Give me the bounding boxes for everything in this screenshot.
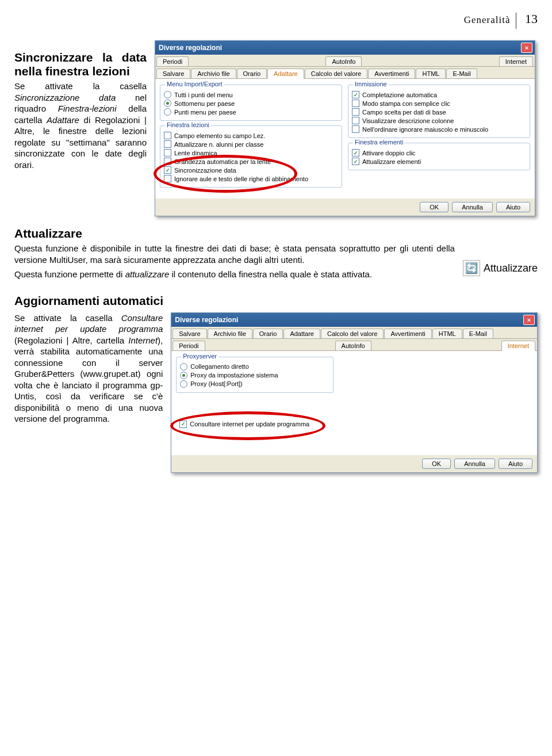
s3-para: Se attivate la casella Consultare intern… [14, 312, 163, 425]
s1-heading: Sincronizzare la data nella finestra lez… [14, 51, 147, 78]
chk-sincronizzazione-data[interactable] [164, 166, 171, 174]
chk-attivare-doppio-clic[interactable] [352, 149, 359, 156]
tab-salvare[interactable]: Salvare [156, 68, 190, 78]
tab-autoinfo[interactable]: AutoInfo [325, 56, 362, 66]
tab-periodi[interactable]: Periodi [156, 56, 189, 66]
ok-button[interactable]: OK [422, 459, 451, 469]
tab-html[interactable]: HTML [432, 329, 462, 338]
tab-calcolo[interactable]: Calcolo del valore [305, 68, 367, 78]
tab-avvertimenti[interactable]: Avvertimenti [384, 329, 431, 338]
header-title: Generalità [464, 14, 511, 25]
radio-tutti-punti[interactable] [164, 91, 171, 98]
tab-archivio[interactable]: Archivio file [191, 68, 236, 78]
tab-internet[interactable]: Internet [499, 56, 533, 66]
chk-grandezza-auto[interactable] [164, 158, 171, 165]
chk-ignorare-maiuscolo[interactable] [352, 125, 359, 133]
chk-campo-elemento[interactable] [164, 132, 171, 139]
chk-attualizzare-elementi[interactable] [352, 158, 359, 165]
chk-visualizzare-desc[interactable] [352, 117, 359, 124]
s2-para1: Questa funzione è disponibile in tutte l… [14, 243, 455, 265]
group-immissione: Immissione Completazione automatica Modo… [348, 85, 530, 138]
tab-salvare[interactable]: Salvare [172, 329, 206, 338]
s3-heading: Aggiornamenti automatici [14, 294, 538, 308]
tab-archivio[interactable]: Archivio file [208, 329, 252, 338]
radio-proxy-sistema[interactable] [180, 372, 187, 379]
tab-periodi[interactable]: Periodi [172, 341, 205, 350]
chk-consultare-internet[interactable] [179, 421, 187, 428]
radio-sottomenu-paese[interactable] [164, 100, 171, 107]
chk-attualizzare-alunni[interactable] [164, 140, 171, 148]
radio-proxy-host[interactable] [180, 380, 187, 388]
tab-adattare[interactable]: Adattare [283, 329, 320, 338]
cancel-button[interactable]: Annulla [454, 459, 495, 469]
tab-calcolo[interactable]: Calcolo del valore [321, 329, 384, 338]
group-finestra-lezioni: Finestra lezioni Campo elemento su campo… [160, 125, 342, 188]
tab-orario[interactable]: Orario [253, 329, 283, 338]
radio-punti-menu-paese[interactable] [164, 108, 171, 116]
help-button[interactable]: Aiuto [496, 202, 530, 212]
chk-ignorare-aule[interactable] [164, 175, 171, 182]
chk-completazione-auto[interactable] [352, 91, 359, 98]
s2-heading: Attualizzare [14, 227, 538, 240]
tab-autoinfo[interactable]: AutoInfo [335, 341, 371, 350]
page-number: 13 [525, 12, 538, 26]
chk-campo-scelta[interactable] [352, 108, 359, 116]
close-icon[interactable]: × [521, 43, 532, 53]
close-icon[interactable]: × [523, 315, 535, 325]
group-proxyserver: Proxyserver Collegamento diretto Proxy d… [176, 357, 334, 393]
page-header: Generalità 13 [14, 12, 538, 29]
refresh-icon[interactable]: 🔄 [463, 260, 480, 276]
help-button[interactable]: Aiuto [499, 459, 532, 469]
cancel-button[interactable]: Annulla [452, 202, 493, 212]
s2-para2: Questa funzione permette di attualizzare… [14, 269, 455, 280]
chk-modo-stampa[interactable] [352, 100, 359, 107]
tab-orario[interactable]: Orario [237, 68, 267, 78]
ok-button[interactable]: OK [420, 202, 448, 212]
group-finestra-elementi: Finestra elementi Attivare doppio clic A… [348, 143, 530, 170]
chk-lente-dinamica[interactable] [164, 149, 171, 156]
tab-avvertimenti[interactable]: Avvertimenti [368, 68, 415, 78]
tab-adattare[interactable]: Adattare [267, 68, 304, 79]
s1-para: Se attivate la casella Sincronizzazione … [14, 81, 147, 170]
tab-internet[interactable]: Internet [501, 341, 535, 351]
dialog2-title: Diverse regolazioni [175, 316, 238, 324]
tab-email[interactable]: E-Mail [463, 329, 493, 338]
dialog-regolazioni-adattare: Diverse regolazioni × Periodi AutoInfo I… [155, 40, 535, 216]
radio-collegamento-diretto[interactable] [180, 363, 187, 371]
attualizzare-label: Attualizzare [484, 262, 538, 274]
dialog-regolazioni-internet: Diverse regolazioni × Salvare Archivio f… [171, 312, 538, 473]
tab-html[interactable]: HTML [416, 68, 446, 78]
tab-email[interactable]: E-Mail [446, 68, 477, 78]
group-menu-import-export: Menu Import/Export Tutti i punti del men… [160, 85, 342, 121]
dialog1-title: Diverse regolazioni [159, 44, 222, 52]
